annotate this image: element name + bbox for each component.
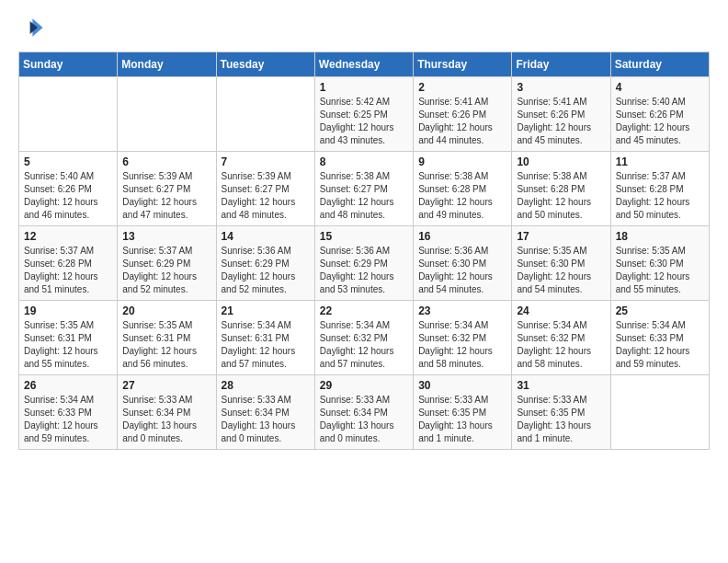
calendar-cell: 8Sunrise: 5:38 AM Sunset: 6:27 PM Daylig… [314, 152, 413, 226]
calendar-week-row: 12Sunrise: 5:37 AM Sunset: 6:28 PM Dayli… [19, 226, 710, 301]
day-number: 25 [616, 304, 704, 317]
day-number: 12 [24, 230, 112, 243]
calendar-cell: 16Sunrise: 5:36 AM Sunset: 6:30 PM Dayli… [414, 226, 512, 301]
weekday-header: Saturday [610, 52, 709, 77]
weekday-header: Monday [118, 52, 216, 77]
calendar-cell: 7Sunrise: 5:39 AM Sunset: 6:27 PM Daylig… [216, 152, 314, 226]
weekday-header: Sunday [19, 52, 118, 77]
day-number: 22 [320, 304, 408, 317]
calendar-cell [610, 375, 709, 450]
logo [18, 15, 48, 40]
logo-icon [18, 15, 44, 40]
calendar-week-row: 5Sunrise: 5:40 AM Sunset: 6:26 PM Daylig… [19, 152, 710, 226]
day-info: Sunrise: 5:36 AM Sunset: 6:29 PM Dayligh… [222, 245, 310, 296]
day-number: 23 [418, 304, 506, 317]
calendar-cell: 28Sunrise: 5:33 AM Sunset: 6:34 PM Dayli… [216, 375, 314, 450]
day-number: 6 [122, 155, 210, 168]
day-number: 19 [24, 304, 112, 317]
day-info: Sunrise: 5:42 AM Sunset: 6:25 PM Dayligh… [320, 96, 408, 147]
day-info: Sunrise: 5:39 AM Sunset: 6:27 PM Dayligh… [122, 170, 210, 222]
calendar-cell: 12Sunrise: 5:37 AM Sunset: 6:28 PM Dayli… [19, 226, 118, 301]
day-number: 9 [418, 155, 506, 168]
day-info: Sunrise: 5:33 AM Sunset: 6:35 PM Dayligh… [418, 394, 506, 445]
calendar-cell: 23Sunrise: 5:34 AM Sunset: 6:32 PM Dayli… [414, 301, 512, 375]
weekday-header: Tuesday [216, 52, 314, 77]
day-number: 14 [222, 230, 310, 243]
day-info: Sunrise: 5:38 AM Sunset: 6:28 PM Dayligh… [517, 170, 605, 222]
day-number: 3 [517, 81, 605, 94]
day-number: 18 [616, 230, 704, 243]
day-number: 4 [616, 81, 704, 94]
day-number: 21 [222, 304, 310, 317]
day-number: 1 [320, 81, 408, 94]
day-info: Sunrise: 5:34 AM Sunset: 6:33 PM Dayligh… [616, 319, 704, 371]
day-info: Sunrise: 5:37 AM Sunset: 6:28 PM Dayligh… [616, 170, 704, 222]
day-info: Sunrise: 5:37 AM Sunset: 6:29 PM Dayligh… [122, 245, 210, 296]
calendar-cell: 22Sunrise: 5:34 AM Sunset: 6:32 PM Dayli… [314, 301, 413, 375]
calendar-week-row: 26Sunrise: 5:34 AM Sunset: 6:33 PM Dayli… [19, 375, 710, 450]
day-number: 28 [222, 379, 310, 392]
day-info: Sunrise: 5:37 AM Sunset: 6:28 PM Dayligh… [24, 245, 112, 296]
calendar-cell: 13Sunrise: 5:37 AM Sunset: 6:29 PM Dayli… [118, 226, 216, 301]
weekday-header: Friday [512, 52, 610, 77]
calendar-cell: 11Sunrise: 5:37 AM Sunset: 6:28 PM Dayli… [610, 152, 709, 226]
day-number: 27 [122, 379, 210, 392]
weekday-header: Thursday [414, 52, 512, 77]
day-info: Sunrise: 5:34 AM Sunset: 6:31 PM Dayligh… [222, 319, 310, 371]
day-info: Sunrise: 5:36 AM Sunset: 6:30 PM Dayligh… [418, 245, 506, 296]
calendar-cell: 5Sunrise: 5:40 AM Sunset: 6:26 PM Daylig… [19, 152, 118, 226]
day-info: Sunrise: 5:34 AM Sunset: 6:32 PM Dayligh… [320, 319, 408, 371]
day-info: Sunrise: 5:40 AM Sunset: 6:26 PM Dayligh… [616, 96, 704, 147]
day-info: Sunrise: 5:33 AM Sunset: 6:34 PM Dayligh… [320, 394, 408, 445]
day-number: 29 [320, 379, 408, 392]
day-number: 24 [517, 304, 605, 317]
calendar-cell: 14Sunrise: 5:36 AM Sunset: 6:29 PM Dayli… [216, 226, 314, 301]
day-number: 26 [24, 379, 112, 392]
calendar-cell: 24Sunrise: 5:34 AM Sunset: 6:32 PM Dayli… [512, 301, 610, 375]
day-number: 10 [517, 155, 605, 168]
day-info: Sunrise: 5:33 AM Sunset: 6:34 PM Dayligh… [222, 394, 310, 445]
day-info: Sunrise: 5:36 AM Sunset: 6:29 PM Dayligh… [320, 245, 408, 296]
calendar-table: SundayMondayTuesdayWednesdayThursdayFrid… [18, 52, 710, 450]
calendar-cell: 6Sunrise: 5:39 AM Sunset: 6:27 PM Daylig… [118, 152, 216, 226]
calendar-cell: 10Sunrise: 5:38 AM Sunset: 6:28 PM Dayli… [512, 152, 610, 226]
day-number: 2 [418, 81, 506, 94]
day-info: Sunrise: 5:35 AM Sunset: 6:30 PM Dayligh… [517, 245, 605, 296]
calendar-cell: 15Sunrise: 5:36 AM Sunset: 6:29 PM Dayli… [314, 226, 413, 301]
day-info: Sunrise: 5:35 AM Sunset: 6:30 PM Dayligh… [616, 245, 704, 296]
day-info: Sunrise: 5:34 AM Sunset: 6:33 PM Dayligh… [24, 394, 112, 445]
calendar-cell: 2Sunrise: 5:41 AM Sunset: 6:26 PM Daylig… [414, 77, 512, 152]
calendar-week-row: 1Sunrise: 5:42 AM Sunset: 6:25 PM Daylig… [19, 77, 710, 152]
day-number: 30 [418, 379, 506, 392]
weekday-header-row: SundayMondayTuesdayWednesdayThursdayFrid… [19, 52, 710, 77]
day-info: Sunrise: 5:34 AM Sunset: 6:32 PM Dayligh… [418, 319, 506, 371]
page-header [18, 15, 710, 40]
calendar-cell: 1Sunrise: 5:42 AM Sunset: 6:25 PM Daylig… [314, 77, 413, 152]
calendar-cell: 27Sunrise: 5:33 AM Sunset: 6:34 PM Dayli… [118, 375, 216, 450]
day-info: Sunrise: 5:35 AM Sunset: 6:31 PM Dayligh… [122, 319, 210, 371]
calendar-cell: 26Sunrise: 5:34 AM Sunset: 6:33 PM Dayli… [19, 375, 118, 450]
day-number: 11 [616, 155, 704, 168]
calendar-cell [216, 77, 314, 152]
calendar-cell: 21Sunrise: 5:34 AM Sunset: 6:31 PM Dayli… [216, 301, 314, 375]
day-info: Sunrise: 5:33 AM Sunset: 6:35 PM Dayligh… [517, 394, 605, 445]
calendar-cell: 31Sunrise: 5:33 AM Sunset: 6:35 PM Dayli… [512, 375, 610, 450]
calendar-cell [118, 77, 216, 152]
day-info: Sunrise: 5:41 AM Sunset: 6:26 PM Dayligh… [418, 96, 506, 147]
day-number: 8 [320, 155, 408, 168]
calendar-week-row: 19Sunrise: 5:35 AM Sunset: 6:31 PM Dayli… [19, 301, 710, 375]
calendar-cell: 25Sunrise: 5:34 AM Sunset: 6:33 PM Dayli… [610, 301, 709, 375]
calendar-cell: 30Sunrise: 5:33 AM Sunset: 6:35 PM Dayli… [414, 375, 512, 450]
day-number: 20 [122, 304, 210, 317]
calendar-cell [19, 77, 118, 152]
day-number: 7 [222, 155, 310, 168]
calendar-cell: 20Sunrise: 5:35 AM Sunset: 6:31 PM Dayli… [118, 301, 216, 375]
day-info: Sunrise: 5:33 AM Sunset: 6:34 PM Dayligh… [122, 394, 210, 445]
weekday-header: Wednesday [314, 52, 413, 77]
day-info: Sunrise: 5:38 AM Sunset: 6:28 PM Dayligh… [418, 170, 506, 222]
day-info: Sunrise: 5:40 AM Sunset: 6:26 PM Dayligh… [24, 170, 112, 222]
calendar-cell: 29Sunrise: 5:33 AM Sunset: 6:34 PM Dayli… [314, 375, 413, 450]
calendar-cell: 18Sunrise: 5:35 AM Sunset: 6:30 PM Dayli… [610, 226, 709, 301]
day-info: Sunrise: 5:38 AM Sunset: 6:27 PM Dayligh… [320, 170, 408, 222]
calendar-cell: 3Sunrise: 5:41 AM Sunset: 6:26 PM Daylig… [512, 77, 610, 152]
